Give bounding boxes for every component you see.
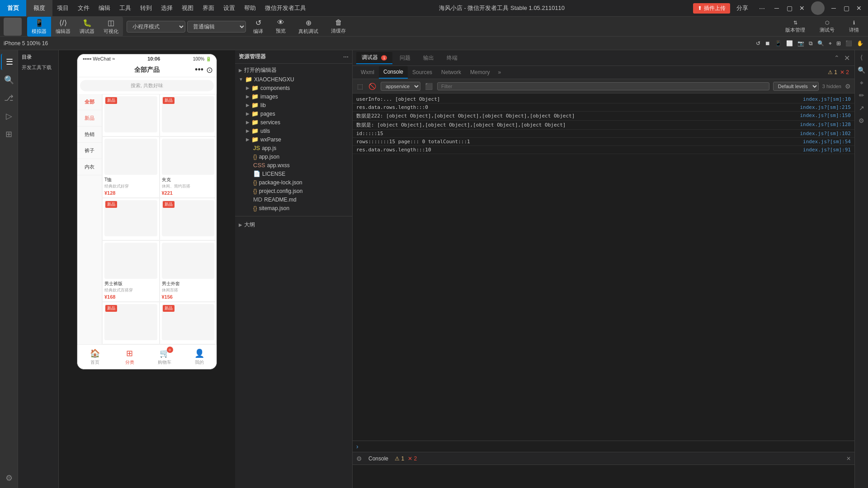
phone-tab-category[interactable]: ⊞ 分类	[112, 347, 147, 367]
tree-item-sitemap[interactable]: {} sitemap.json	[235, 204, 352, 212]
tab-output[interactable]: 输出	[418, 52, 439, 64]
tab-debugger[interactable]: 调试器 1	[356, 52, 392, 64]
tree-item-readme[interactable]: MD README.md	[235, 195, 352, 204]
file-tree-more-icon[interactable]: ⋯	[343, 54, 349, 60]
phone-tab-profile[interactable]: 👤 我的	[182, 347, 217, 367]
tree-item-outline[interactable]: ▶ 大纲	[235, 220, 352, 230]
tree-item-services[interactable]: ▶ 📁 services	[235, 118, 352, 127]
screen-icon[interactable]: ⬛	[844, 39, 853, 47]
compile-mode-select[interactable]: 普通编辑	[187, 21, 246, 33]
real-debug-button[interactable]: ⊕ 真机调试	[293, 17, 324, 37]
settings-activity-icon[interactable]: ⚙	[1, 470, 17, 486]
search-icon[interactable]: 🔍	[816, 39, 825, 47]
category-item-pants[interactable]: 裤子	[77, 143, 102, 159]
tab-sources[interactable]: Sources	[408, 66, 437, 78]
menu-tools[interactable]: 工具	[115, 0, 136, 16]
open-editors-section[interactable]: ▶ 打开的编辑器	[235, 66, 352, 75]
tab-home[interactable]: 首页	[0, 0, 26, 16]
console-src[interactable]: index.js?[sm]:128	[800, 122, 851, 127]
detail-button[interactable]: ℹ 详情	[844, 18, 864, 35]
console-toolbar-icon1[interactable]: ⬚	[356, 82, 364, 91]
preview-button[interactable]: 👁 预览	[270, 17, 291, 36]
tree-item-components[interactable]: ▶ 📁 components	[235, 84, 352, 92]
tab-memory[interactable]: Memory	[466, 66, 494, 78]
phone-search-bar[interactable]: 搜索, 共数好味	[80, 80, 214, 91]
extensions-activity-icon[interactable]: ⊞	[1, 126, 17, 142]
menu-view[interactable]: 视图	[177, 0, 198, 16]
hand-icon[interactable]: ✋	[856, 39, 864, 47]
tab-terminal[interactable]: 终端	[441, 52, 463, 64]
grid-icon[interactable]: ⊞	[835, 39, 842, 47]
tablet-icon[interactable]: ⬜	[785, 39, 794, 47]
console-levels-select[interactable]: Default levels	[773, 82, 819, 91]
miniapp-mode-select[interactable]: 小程序模式	[127, 21, 185, 33]
version-mgmt-button[interactable]: ⇅ 版本管理	[780, 18, 811, 35]
bottom-panel-close-icon[interactable]: ✕	[846, 455, 851, 462]
menu-interface[interactable]: 界面	[198, 0, 219, 16]
console-prompt-input[interactable]	[361, 444, 851, 450]
right-bar-icon2[interactable]: 🔍	[856, 65, 867, 75]
category-item-hot[interactable]: 热销	[77, 127, 102, 143]
upload-button[interactable]: ⬆ 插件上传	[693, 3, 730, 14]
menu-settings[interactable]: 设置	[219, 0, 240, 16]
product-card[interactable]: T恤 经典款式好穿 ¥128	[102, 136, 160, 198]
menu-help[interactable]: 帮助	[240, 0, 260, 16]
product-card[interactable]: 新品	[102, 94, 160, 136]
tree-item-appjson[interactable]: {} app.json	[235, 152, 352, 161]
tab-problems[interactable]: 问题	[394, 52, 416, 64]
tab-wxml[interactable]: Wxml	[356, 66, 379, 78]
devtools-minimize-icon[interactable]: ⌃	[833, 53, 840, 62]
menu-project[interactable]: 项目	[52, 0, 73, 16]
tree-item-license[interactable]: 📄 LICENSE	[235, 169, 352, 178]
menu-file[interactable]: 文件	[73, 0, 94, 16]
console-filter-input[interactable]	[437, 82, 769, 90]
tree-item-images[interactable]: ▶ 📁 images	[235, 92, 352, 101]
console-src[interactable]: index.js?[sm]:10	[803, 96, 851, 102]
tab-network[interactable]: Network	[437, 66, 466, 78]
clear-cache-button[interactable]: 🗑 清缓存	[326, 17, 351, 36]
search-activity-icon[interactable]: 🔍	[1, 72, 17, 88]
extra-maximize[interactable]: ▢	[841, 3, 852, 14]
extra-minimize[interactable]: ─	[828, 3, 839, 14]
debugger-button[interactable]: 🐛 调试器	[75, 17, 99, 37]
copy-icon[interactable]: ⧉	[808, 39, 814, 47]
console-src[interactable]: index.js?[sm]:54	[803, 139, 851, 145]
refresh-button[interactable]: ↺ 编译	[248, 17, 269, 37]
console-toolbar-icon3[interactable]: ⬛	[424, 82, 434, 91]
tab-console[interactable]: Console	[379, 66, 408, 79]
tree-item-lib[interactable]: ▶ 📁 lib	[235, 101, 352, 109]
devtools-close-icon[interactable]: ✕	[843, 53, 851, 63]
menu-goto[interactable]: 转到	[136, 0, 156, 16]
right-bar-icon3[interactable]: ⌖	[856, 77, 867, 88]
phone-tab-cart[interactable]: 🛒 0 购物车	[147, 347, 182, 367]
right-bar-icon5[interactable]: ↗	[856, 103, 867, 113]
product-card[interactable]: 新品	[160, 94, 217, 136]
category-item-new[interactable]: 新品	[77, 110, 102, 127]
console-settings-icon[interactable]: ⚙	[845, 83, 851, 90]
product-card[interactable]: 新品	[102, 302, 160, 344]
right-bar-icon4[interactable]: ✏	[856, 90, 867, 101]
console-src[interactable]: index.js?[sm]:102	[800, 131, 851, 136]
tree-item-appwxss[interactable]: CSS app.wxss	[235, 161, 352, 169]
visualize-button[interactable]: ◫ 可视化	[99, 17, 123, 37]
sidebar-devtools-link[interactable]: 开发工具下载	[18, 62, 58, 73]
editor-button[interactable]: ⟨/⟩ 编辑器	[51, 17, 75, 37]
test-number-button[interactable]: ⬡ 测试号	[814, 18, 840, 35]
menu-wechat-devtools[interactable]: 微信开发者工具	[260, 0, 311, 16]
tab-quota[interactable]: 额度	[26, 0, 52, 16]
debug-activity-icon[interactable]: ▷	[1, 108, 17, 124]
phone-icon[interactable]: 📱	[774, 39, 783, 47]
tree-item-packagelock[interactable]: {} package-lock.json	[235, 178, 352, 187]
simulator-button[interactable]: 📱 模拟器	[27, 17, 51, 37]
product-card[interactable]: 新品	[102, 198, 160, 240]
category-item-all[interactable]: 全部	[77, 94, 102, 110]
menu-select[interactable]: 选择	[156, 0, 177, 16]
share-button[interactable]: 分享	[732, 4, 753, 12]
product-card[interactable]: 男士外套 休闲百搭 ¥156	[160, 240, 217, 302]
maximize-button[interactable]: ▢	[784, 3, 795, 14]
console-toolbar-icon2[interactable]: 🚫	[368, 82, 377, 91]
product-card[interactable]: 夹克 休闲、简约百搭 ¥221	[160, 136, 217, 198]
root-folder[interactable]: ▼ 📁 XIAOCHENGXU	[235, 75, 352, 84]
more-button[interactable]: ⋯	[755, 5, 769, 12]
stop-icon[interactable]: ⏹	[764, 39, 771, 47]
